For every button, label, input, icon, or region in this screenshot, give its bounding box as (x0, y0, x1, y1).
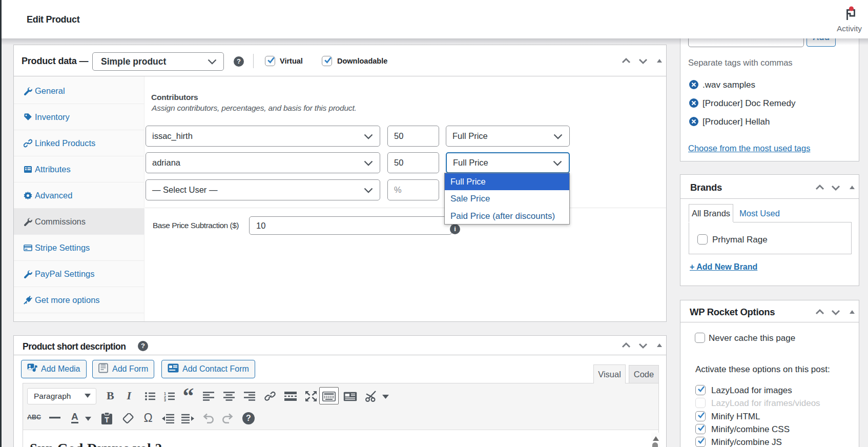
svg-text:3: 3 (164, 398, 166, 401)
svg-text:T: T (105, 416, 109, 424)
